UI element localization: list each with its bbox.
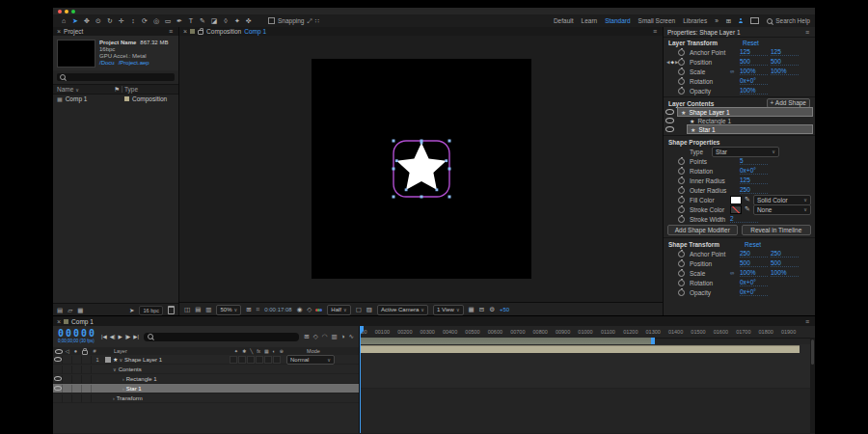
column-type[interactable]: Type [124, 86, 175, 93]
project-depth[interactable]: 16bpc [99, 46, 168, 52]
stopwatch-icon[interactable] [678, 280, 685, 286]
timeline-track-area[interactable]: 0000000100002000030000400005000060000700… [360, 326, 815, 433]
hand-tool[interactable]: ✥ [81, 15, 93, 27]
eye-icon[interactable] [54, 357, 62, 362]
stopwatch-icon[interactable] [678, 158, 685, 165]
stopwatch-icon[interactable] [678, 88, 685, 95]
value-x[interactable]: 100% [740, 68, 768, 75]
column-name[interactable]: Name ∨ [57, 86, 112, 93]
project-bpc-button[interactable]: 16 bpc [139, 306, 163, 315]
label-column-icon[interactable]: ⚑ [114, 86, 120, 94]
delete-icon[interactable] [168, 306, 175, 314]
viewer-canvas[interactable] [179, 36, 663, 302]
video-column-icon[interactable] [55, 349, 63, 354]
stopwatch-icon[interactable] [678, 260, 685, 267]
audio-column-icon[interactable]: ◁ [63, 348, 71, 354]
expand-arrow-icon[interactable]: › [122, 376, 124, 382]
account-icon[interactable] [739, 21, 743, 23]
keyframe-navigator[interactable]: ◀◆▶ [666, 60, 678, 65]
timecode-value[interactable]: 00000 [58, 329, 96, 339]
solo-cell[interactable] [72, 375, 82, 383]
more-workspaces-icon[interactable]: » [715, 17, 719, 24]
eyedropper-icon[interactable]: ✎ [745, 196, 750, 203]
star-selection[interactable] [388, 135, 455, 203]
scrollbar-thumb[interactable] [811, 339, 814, 365]
panel-menu-icon[interactable]: ≡ [805, 29, 811, 36]
switch-column-icon-2[interactable]: ╲ [250, 348, 253, 354]
comp-mini-flowchart-icon[interactable]: ⊞ [304, 333, 309, 340]
resolution-dropdown[interactable]: Half ∨ [327, 305, 350, 315]
snapshot-icon[interactable]: ◉ [297, 306, 303, 313]
value-x[interactable]: 0x+0° [740, 77, 768, 85]
blend-mode-dropdown[interactable]: Normal∨ [286, 355, 335, 365]
transport-button-3[interactable]: |▶ [125, 334, 131, 339]
stopwatch-icon[interactable] [678, 168, 685, 175]
expand-arrow-icon[interactable]: › [113, 395, 115, 401]
comp-flowchart-icon[interactable]: ⊟ [479, 306, 484, 313]
workspace-tab-standard[interactable]: Standard [605, 17, 630, 24]
work-area-end-handle[interactable] [651, 338, 655, 344]
rotate-tool[interactable]: ⟳ [139, 15, 150, 27]
close-icon[interactable]: × [57, 28, 61, 35]
timeline-layer-row-rectangle-1[interactable]: ›Rectangle 1 [53, 374, 359, 384]
mode-column-label[interactable]: Mode [293, 348, 334, 354]
project-path-link[interactable]: /Docu [99, 60, 115, 66]
stopwatch-icon[interactable] [678, 289, 685, 296]
project-item-row[interactable]: ▦ Comp 1 Composition [53, 95, 178, 103]
transparency-grid-icon[interactable]: ▨ [366, 306, 372, 313]
maximize-window-button[interactable] [71, 10, 75, 14]
minimize-window-button[interactable] [65, 10, 68, 14]
viewer-tab-comp[interactable]: Comp 1 [244, 28, 266, 35]
solo-cell[interactable] [72, 385, 82, 393]
viewer-tab-label[interactable]: Composition [206, 28, 241, 35]
switch-box[interactable] [238, 356, 246, 364]
layer-contents-item-shape-layer-1[interactable]: ★Shape Layer 1 [665, 108, 813, 116]
visibility-eye-icon[interactable] [665, 126, 674, 132]
eye-icon[interactable] [54, 386, 62, 391]
panel-menu-icon[interactable]: ≡ [169, 28, 175, 35]
zoom-tool[interactable]: ⊙ [93, 15, 104, 27]
switch-box[interactable] [230, 356, 237, 364]
puppet-pin-tool[interactable]: ✜ [243, 15, 255, 27]
value-x[interactable]: 0x+0° [740, 279, 768, 286]
label-color-chip[interactable] [105, 357, 111, 363]
layer-column-label[interactable]: Layer [114, 348, 127, 354]
close-icon[interactable]: × [183, 28, 187, 35]
work-area-bar[interactable] [360, 338, 651, 344]
visibility-cell[interactable] [53, 385, 63, 393]
reveal-in-timeline-button[interactable]: Reveal in Timeline [742, 225, 812, 235]
show-channels-icon[interactable] [316, 309, 322, 312]
project-file-link[interactable]: /Project.aep [119, 60, 149, 66]
value-x[interactable]: 500 [740, 259, 768, 267]
snap-grid-icon[interactable]: ∷ [315, 17, 319, 25]
expand-arrow-icon[interactable]: ∨ [119, 357, 122, 363]
lock-cell[interactable] [82, 385, 92, 393]
value-x[interactable]: 5 [740, 157, 768, 165]
visibility-cell[interactable] [53, 375, 63, 383]
rulers-icon[interactable]: ⌗ [257, 306, 260, 313]
solo-cell[interactable] [72, 366, 82, 373]
value-y[interactable]: 500 [771, 259, 799, 267]
visibility-eye-icon[interactable] [665, 118, 674, 123]
stopwatch-icon[interactable] [678, 197, 685, 203]
stopwatch-icon[interactable] [678, 216, 685, 223]
audio-cell[interactable] [63, 366, 72, 373]
layer-contents-item-star-1[interactable]: ★Star 1 [665, 125, 813, 133]
switch-box[interactable] [273, 356, 281, 364]
clone-stamp-tool[interactable]: ◪ [208, 15, 220, 27]
switch-box[interactable] [247, 356, 255, 364]
fast-previews-icon[interactable]: ⚙ [489, 306, 495, 313]
selection-tool[interactable]: ➤ [69, 15, 81, 27]
stopwatch-icon[interactable] [678, 59, 685, 66]
switch-column-icon-4[interactable]: ▦ [264, 348, 269, 354]
grid-guides-icon[interactable]: ⊞ [246, 306, 251, 313]
label-color-chip[interactable] [124, 96, 129, 101]
3d-view-icon[interactable]: ◇ [307, 306, 312, 313]
value-x[interactable]: 100% [740, 269, 768, 277]
timeline-tab[interactable]: Comp 1 [71, 318, 94, 325]
link-icon[interactable]: ∞ [730, 270, 740, 276]
value-y[interactable]: 100% [771, 269, 799, 277]
magnification-dropdown[interactable]: 50% ∨ [216, 305, 241, 315]
keyframe-diamond-icon[interactable]: ◆ [670, 60, 673, 65]
stopwatch-icon[interactable] [678, 78, 685, 85]
